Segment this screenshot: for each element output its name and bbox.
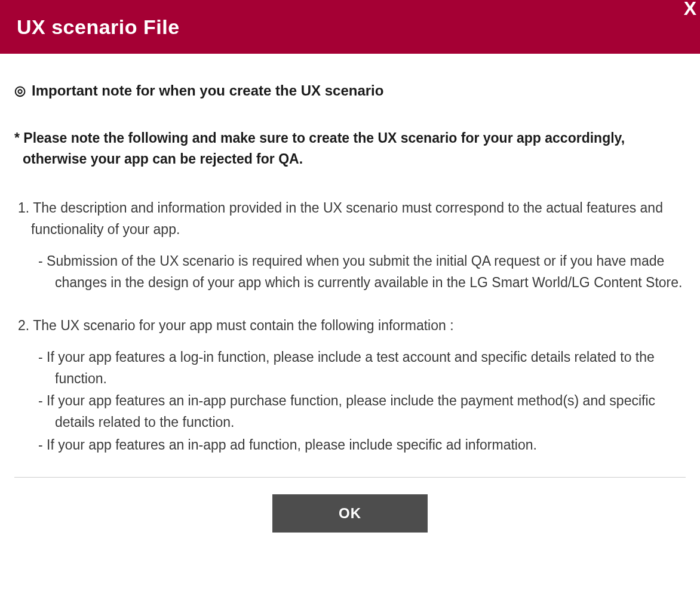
bullseye-icon: ◎ (14, 83, 26, 99)
section-2: 2. The UX scenario for your app must con… (14, 315, 686, 456)
important-note-text: Important note for when you create the U… (32, 82, 383, 99)
list-sub-item: If your app features a log-in function, … (14, 347, 686, 389)
dialog-header: UX scenario File X (0, 0, 700, 54)
warning-text: Please note the following and make sure … (14, 128, 686, 169)
list-item-1: 1. The description and information provi… (14, 198, 686, 240)
list-number: 2. (18, 318, 29, 333)
list-text: The UX scenario for your app must contai… (33, 318, 453, 333)
important-note-heading: ◎ Important note for when you create the… (14, 82, 686, 99)
button-row: OK (14, 494, 686, 533)
close-icon[interactable]: X (684, 0, 696, 18)
list-number: 1. (18, 200, 29, 216)
divider (14, 477, 686, 478)
dialog-title: UX scenario File (17, 16, 180, 39)
dialog-content: ◎ Important note for when you create the… (0, 54, 700, 533)
list-item-2: 2. The UX scenario for your app must con… (14, 315, 686, 337)
list-sub-item: If your app features an in-app ad functi… (14, 435, 686, 456)
section-1: 1. The description and information provi… (14, 198, 686, 294)
list-sub-item: If your app features an in-app purchase … (14, 390, 686, 433)
list-sub-item: Submission of the UX scenario is require… (14, 251, 686, 293)
list-text: The description and information provided… (31, 200, 663, 237)
ok-button[interactable]: OK (272, 494, 428, 533)
